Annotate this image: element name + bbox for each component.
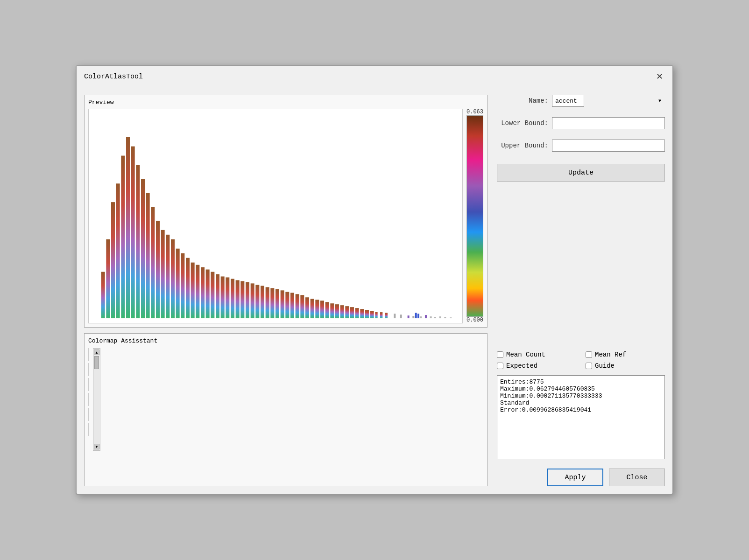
svg-rect-0 bbox=[101, 272, 105, 318]
svg-rect-12 bbox=[161, 230, 165, 318]
left-panel: Preview bbox=[84, 95, 488, 486]
svg-rect-23 bbox=[216, 274, 219, 318]
expected-label: Expected bbox=[506, 362, 537, 370]
svg-rect-28 bbox=[240, 281, 244, 318]
svg-rect-52 bbox=[360, 309, 364, 318]
svg-rect-1 bbox=[106, 239, 110, 318]
colormap-item-grey[interactable] bbox=[88, 393, 89, 406]
mean-ref-label: Mean Ref bbox=[595, 351, 626, 358]
guide-label: Guide bbox=[595, 362, 615, 370]
svg-rect-64 bbox=[430, 316, 432, 318]
svg-rect-61 bbox=[412, 316, 414, 318]
svg-rect-66 bbox=[439, 316, 441, 318]
svg-rect-36 bbox=[281, 290, 284, 318]
svg-rect-20 bbox=[201, 267, 205, 319]
scroll-down-arrow[interactable]: ▼ bbox=[94, 444, 99, 449]
svg-rect-4 bbox=[121, 156, 125, 318]
svg-rect-70 bbox=[417, 314, 419, 318]
svg-rect-58 bbox=[394, 314, 396, 318]
svg-rect-7 bbox=[136, 165, 140, 318]
svg-rect-53 bbox=[365, 310, 369, 318]
expected-checkbox[interactable] bbox=[497, 363, 503, 369]
expected-checkbox-row: Expected bbox=[497, 362, 576, 370]
mean-ref-checkbox-row: Mean Ref bbox=[586, 351, 665, 358]
svg-rect-24 bbox=[221, 276, 225, 318]
svg-rect-63 bbox=[425, 315, 427, 318]
svg-rect-67 bbox=[444, 317, 446, 318]
svg-rect-18 bbox=[191, 263, 195, 318]
mean-count-checkbox[interactable] bbox=[497, 351, 503, 358]
colorbar-gradient bbox=[466, 115, 483, 317]
content-area: Preview bbox=[77, 87, 672, 494]
mean-ref-checkbox[interactable] bbox=[586, 351, 592, 358]
svg-rect-19 bbox=[196, 265, 199, 319]
bottom-buttons: Apply Close bbox=[497, 469, 665, 486]
preview-title: Preview bbox=[88, 99, 483, 106]
svg-rect-43 bbox=[315, 300, 319, 318]
colormap-list[interactable] bbox=[88, 348, 91, 451]
svg-rect-22 bbox=[211, 272, 214, 318]
svg-rect-15 bbox=[176, 249, 180, 318]
preview-chart-container: 0.063 0.000 bbox=[88, 109, 483, 323]
close-button[interactable]: Close bbox=[609, 469, 665, 486]
svg-rect-49 bbox=[345, 306, 349, 318]
svg-rect-37 bbox=[285, 292, 289, 318]
lower-bound-form-row: Lower Bound: bbox=[497, 117, 665, 129]
colormap-item-coolwarm[interactable] bbox=[88, 408, 89, 421]
checkboxes-area: Mean Count Mean Ref Expected Guide bbox=[497, 351, 665, 370]
svg-rect-51 bbox=[355, 308, 359, 318]
svg-rect-13 bbox=[166, 235, 170, 318]
svg-rect-33 bbox=[266, 287, 269, 318]
svg-rect-26 bbox=[231, 279, 234, 318]
upper-bound-form-row: Upper Bound: bbox=[497, 140, 665, 152]
colorbar-wrapper: 0.063 0.000 bbox=[466, 109, 483, 323]
scroll-thumb[interactable] bbox=[94, 356, 99, 369]
update-button[interactable]: Update bbox=[497, 164, 665, 182]
name-select[interactable]: accent hot cool jet gray viridis bbox=[552, 95, 584, 107]
colormap-item-accent[interactable] bbox=[88, 348, 89, 361]
svg-rect-27 bbox=[236, 280, 240, 318]
name-select-wrapper[interactable]: accent hot cool jet gray viridis bbox=[552, 95, 665, 107]
svg-rect-59 bbox=[400, 315, 402, 318]
title-bar: ColorAtlasTool ✕ bbox=[77, 66, 672, 87]
guide-checkbox[interactable] bbox=[586, 363, 592, 369]
svg-rect-48 bbox=[340, 305, 344, 318]
svg-rect-2 bbox=[111, 202, 115, 318]
colormap-scrollbar[interactable]: ▲ ▼ bbox=[93, 348, 100, 451]
mean-count-label: Mean Count bbox=[506, 351, 545, 358]
svg-rect-32 bbox=[261, 286, 264, 318]
lower-bound-input[interactable] bbox=[552, 117, 665, 129]
colormap-item-blackhot[interactable] bbox=[88, 363, 89, 376]
svg-rect-9 bbox=[146, 193, 150, 318]
colorbar-top-label: 0.063 bbox=[466, 109, 483, 115]
svg-rect-62 bbox=[420, 316, 422, 318]
colormap-item-hot[interactable] bbox=[88, 378, 89, 391]
spacer bbox=[497, 187, 665, 342]
svg-rect-68 bbox=[450, 317, 452, 318]
upper-bound-label: Upper Bound: bbox=[497, 142, 548, 149]
info-textarea[interactable]: Entires:8775 Maximum:0.0627944605760835 … bbox=[497, 375, 665, 459]
close-window-button[interactable]: ✕ bbox=[654, 71, 665, 82]
svg-rect-5 bbox=[126, 137, 130, 318]
preview-section: Preview bbox=[84, 95, 488, 328]
svg-rect-40 bbox=[300, 295, 304, 318]
colorbar-bottom-label: 0.000 bbox=[466, 317, 483, 323]
svg-rect-39 bbox=[296, 294, 299, 318]
svg-rect-21 bbox=[206, 270, 210, 319]
main-window: ColorAtlasTool ✕ Preview bbox=[76, 65, 673, 495]
scroll-up-arrow[interactable]: ▲ bbox=[94, 350, 99, 355]
apply-button[interactable]: Apply bbox=[547, 469, 603, 486]
svg-rect-54 bbox=[370, 311, 374, 318]
svg-rect-6 bbox=[131, 147, 135, 318]
svg-rect-3 bbox=[116, 183, 120, 318]
upper-bound-input[interactable] bbox=[552, 140, 665, 152]
svg-rect-65 bbox=[434, 317, 436, 318]
mean-count-checkbox-row: Mean Count bbox=[497, 351, 576, 358]
svg-rect-46 bbox=[330, 303, 334, 318]
colormap-section: Colormap Assisstant ▲ bbox=[84, 333, 488, 486]
histogram-area bbox=[88, 109, 463, 323]
svg-rect-31 bbox=[255, 285, 259, 318]
colormap-item-black[interactable] bbox=[88, 423, 89, 436]
right-panel: Name: accent hot cool jet gray viridis L… bbox=[497, 95, 665, 486]
name-form-row: Name: accent hot cool jet gray viridis bbox=[497, 95, 665, 107]
